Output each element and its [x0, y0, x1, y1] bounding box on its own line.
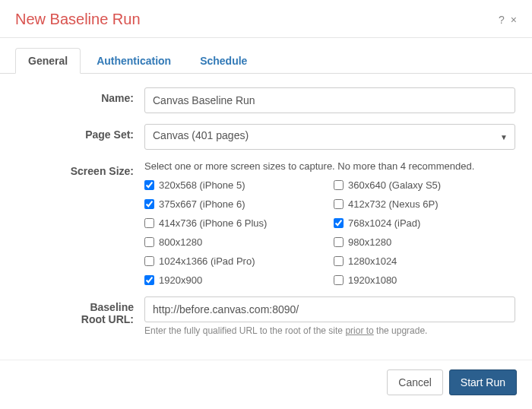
screensize-checkbox[interactable] — [334, 237, 344, 247]
screensize-option-label: 1920x1080 — [348, 274, 397, 286]
screensize-option-label: 768x1024 (iPad) — [348, 217, 420, 229]
screensize-checkbox[interactable] — [144, 199, 154, 209]
screensize-option[interactable]: 360x640 (Galaxy S5) — [334, 179, 515, 191]
screensize-checkbox[interactable] — [334, 256, 344, 266]
pageset-select[interactable]: Canvas (401 pages) — [144, 124, 515, 150]
new-baseline-run-dialog: New Baseline Run ? × General Authenticat… — [0, 0, 532, 409]
close-icon[interactable]: × — [511, 14, 517, 25]
name-label: Name: — [17, 87, 144, 104]
baseline-url-help: Enter the fully qualified URL to the roo… — [144, 325, 515, 336]
screensize-option[interactable]: 1024x1366 (iPad Pro) — [144, 255, 326, 267]
screensize-checkbox[interactable] — [334, 275, 344, 285]
cancel-button[interactable]: Cancel — [387, 369, 443, 395]
screensize-checkbox[interactable] — [144, 237, 154, 247]
screensize-option[interactable]: 1920x900 — [144, 274, 326, 286]
screensize-option-label: 360x640 (Galaxy S5) — [348, 179, 441, 191]
screensize-checkbox[interactable] — [334, 199, 344, 209]
form-content: Name: Page Set: Canvas (401 pages) ▼ Scr… — [0, 74, 532, 360]
help-icon[interactable]: ? — [499, 14, 505, 25]
screensize-hint: Select one or more screen sizes to captu… — [144, 160, 515, 172]
screensize-option-label: 1280x1024 — [348, 255, 397, 267]
screensize-option-label: 320x568 (iPhone 5) — [159, 179, 245, 191]
tab-bar: General Authentication Schedule — [0, 38, 532, 74]
dialog-header: New Baseline Run ? × — [0, 0, 532, 38]
tab-authentication[interactable]: Authentication — [84, 48, 184, 74]
screensize-option-label: 375x667 (iPhone 6) — [159, 198, 245, 210]
screensize-option[interactable]: 980x1280 — [334, 236, 515, 248]
screensize-option[interactable]: 375x667 (iPhone 6) — [144, 198, 326, 210]
screensize-checkbox[interactable] — [334, 218, 344, 228]
screensize-option-label: 412x732 (Nexus 6P) — [348, 198, 439, 210]
name-input[interactable] — [144, 87, 515, 113]
screensize-label: Screen Size: — [17, 160, 144, 177]
row-screensize: Screen Size: Select one or more screen s… — [17, 160, 515, 286]
screensize-option[interactable]: 1920x1080 — [334, 274, 515, 286]
screensize-option[interactable]: 1280x1024 — [334, 255, 515, 267]
dialog-footer: Cancel Start Run — [0, 360, 532, 409]
screensize-checkbox[interactable] — [144, 218, 154, 228]
row-name: Name: — [17, 87, 515, 113]
screensize-option[interactable]: 768x1024 (iPad) — [334, 217, 515, 229]
dialog-title: New Baseline Run — [15, 11, 141, 28]
screensize-checkbox[interactable] — [144, 275, 154, 285]
tab-general[interactable]: General — [15, 48, 81, 74]
start-run-button[interactable]: Start Run — [449, 369, 517, 395]
pageset-label: Page Set: — [17, 124, 144, 141]
screensize-checkbox[interactable] — [334, 180, 344, 190]
screensize-option[interactable]: 320x568 (iPhone 5) — [144, 179, 326, 191]
screensize-option[interactable]: 414x736 (iPhone 6 Plus) — [144, 217, 326, 229]
screensize-option-label: 800x1280 — [159, 236, 202, 248]
screensize-option[interactable]: 800x1280 — [144, 236, 326, 248]
screensize-option-label: 980x1280 — [348, 236, 391, 248]
tab-schedule[interactable]: Schedule — [187, 48, 260, 74]
screensize-checkbox[interactable] — [144, 256, 154, 266]
screensize-grid: 320x568 (iPhone 5)360x640 (Galaxy S5)375… — [144, 179, 515, 286]
screensize-option-label: 1024x1366 (iPad Pro) — [159, 255, 255, 267]
screensize-option-label: 414x736 (iPhone 6 Plus) — [159, 217, 267, 229]
row-pageset: Page Set: Canvas (401 pages) ▼ — [17, 124, 515, 150]
baseline-url-label: Baseline Root URL: — [17, 296, 144, 325]
screensize-checkbox[interactable] — [144, 180, 154, 190]
screensize-option[interactable]: 412x732 (Nexus 6P) — [334, 198, 515, 210]
row-baseline-url: Baseline Root URL: Enter the fully quali… — [17, 296, 515, 336]
dialog-header-actions: ? × — [499, 14, 517, 25]
baseline-url-input[interactable] — [144, 296, 515, 322]
screensize-option-label: 1920x900 — [159, 274, 202, 286]
